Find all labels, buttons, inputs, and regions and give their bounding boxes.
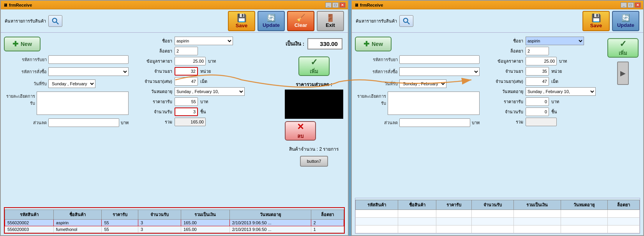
add-button[interactable]: ✓ เพิ่ม — [298, 56, 330, 76]
w2-add-btn[interactable]: ✓ เพิ่ม — [607, 38, 639, 58]
w2-pf-total-label: รวม — [484, 118, 523, 125]
table-row[interactable]: 556020003fumethonol553165.002/10/2013 9:… — [5, 226, 344, 233]
pf-qty-recv-input[interactable] — [175, 107, 198, 116]
table-cell-empty — [356, 225, 398, 233]
pf-name-label: ชื่อยา — [133, 37, 172, 44]
table-cell-empty — [436, 210, 472, 218]
pf-cost-row: ข้อมูลราคายา บาท — [133, 57, 279, 65]
pf-total-row: รวม — [133, 118, 279, 126]
update-button-2[interactable]: 🔄 Update — [612, 11, 639, 31]
save-label-1: Save — [236, 23, 247, 28]
pf-qty-row: จำนวนยา หน่วย — [133, 67, 279, 76]
pf-expire-label: วันหมดอายุ — [133, 88, 172, 95]
delete-section: ราคารวมส่วนลด : ✕ ลบ — [285, 81, 343, 141]
w2-pf-qty-row: จำนวนยา หน่วย — [484, 67, 601, 76]
close-btn-2[interactable]: ✕ — [635, 2, 641, 8]
pf-name-select[interactable]: aspirin — [175, 37, 233, 45]
close-btn-1[interactable]: ✕ — [339, 2, 346, 8]
w2-pf-qty-input[interactable] — [526, 67, 549, 76]
pf-qty-extra-input[interactable] — [175, 77, 198, 86]
order-id-select[interactable] — [48, 67, 129, 76]
save-button-2[interactable]: 💾 Save — [582, 11, 610, 31]
del-btn-1[interactable]: ✕ ลบ — [285, 121, 316, 141]
table-cell-empty — [356, 210, 398, 218]
svg-point-0 — [53, 18, 57, 22]
barcode-display — [285, 90, 343, 119]
w2-check-icon: ✓ — [619, 39, 626, 49]
w2-col-name: ชื่อสินค้า — [398, 200, 436, 210]
svg-point-2 — [404, 18, 408, 22]
table-cell-empty — [607, 218, 639, 225]
add-btn-1[interactable]: ✓ เพิ่ม — [298, 56, 330, 76]
w2-order-id-select[interactable] — [399, 67, 480, 76]
search-icon-1 — [52, 17, 59, 25]
table-row[interactable]: 556020002aspirin553165.002/10/2013 9:06:… — [5, 220, 344, 226]
maximize-btn-2[interactable]: □ — [628, 2, 634, 8]
w2-pf-qty-extra-unit: เม็ด — [551, 78, 558, 85]
new-icon-2: ✚ — [363, 40, 369, 48]
w2-detail-textarea[interactable] — [388, 92, 480, 115]
pf-qty-recv-unit: ชิ้น — [200, 108, 206, 115]
minimize-btn-1[interactable]: _ — [325, 2, 332, 8]
col-header-name: ชื่อสินค้า — [53, 210, 102, 220]
col-header-id: รหัสสินค้า — [5, 210, 54, 220]
exit-label-1: Exit — [326, 22, 335, 28]
pf-expire-select[interactable]: Sunday , February 10, — [175, 87, 245, 96]
pf-lot-input[interactable] — [175, 47, 198, 55]
search-button-1[interactable] — [48, 15, 62, 27]
w2-detail-row: รายละเอียดการรับ — [355, 92, 480, 115]
table-cell-name: fumethonol — [53, 226, 102, 233]
w2-receive-id-input[interactable] — [399, 55, 480, 64]
minimize-btn-2[interactable]: _ — [621, 2, 627, 8]
w2-pf-name-select[interactable]: aspirin — [526, 37, 584, 45]
w2-pf-qty-extra-input[interactable] — [526, 77, 549, 86]
w2-pf-name-label: ชื่อยา — [484, 37, 523, 44]
button7[interactable]: button7 — [300, 156, 328, 167]
pf-price-label: ราคายารับ — [133, 98, 172, 105]
exit-button-1[interactable]: 🚪 Exit — [317, 11, 344, 31]
new-button-2[interactable]: ✚ New — [355, 37, 392, 51]
update-button-1[interactable]: 🔄 Update — [258, 11, 285, 31]
maximize-btn-1[interactable]: □ — [332, 2, 339, 8]
title-text-1: frmReceive — [9, 3, 32, 7]
pf-qty-input[interactable] — [175, 67, 198, 76]
table-row — [356, 210, 640, 218]
w2-scroll-btn[interactable]: ▶ — [617, 62, 629, 85]
table-cell-empty — [607, 225, 639, 233]
product-form-1: ชื่อยา aspirin ล็อตยา ข้อมูลราคายา บาท — [132, 35, 280, 128]
receive-id-label: รหัสการรับยา — [4, 56, 47, 63]
order-id-row: รหัสการสั่งซื้อ — [4, 67, 129, 76]
w2-table-header: รหัสสินค้า ชื่อสินค้า ราคารับ จำนวนรับ ร… — [356, 200, 640, 210]
table-cell-empty — [472, 210, 513, 218]
w2-pf-qty-recv-unit: ชิ้น — [551, 108, 557, 115]
receive-id-input[interactable] — [48, 55, 129, 64]
detail-label: รายละเอียดการรับ — [4, 93, 35, 107]
date-select-1[interactable]: Sunday , February — [48, 79, 95, 88]
pf-cost-input[interactable] — [175, 57, 206, 65]
table-container-1: รหัสสินค้า ชื่อสินค้า ราคารับ จำนวนรับ ร… — [4, 207, 345, 234]
w2-pf-cost-input[interactable] — [526, 57, 557, 65]
new-button-1[interactable]: ✚ New — [4, 37, 41, 51]
pf-price-input[interactable] — [175, 97, 198, 106]
title-icon-2: 🖥 — [354, 3, 358, 7]
pf-total-label: รวม — [133, 118, 172, 125]
w2-pf-price-input[interactable] — [526, 97, 549, 106]
save-button-1[interactable]: 💾 Save — [228, 11, 255, 31]
discount-row: ส่วนลด บาท — [4, 118, 129, 127]
money-display: เป็นเงิน : 330.00 — [286, 38, 342, 49]
col-header-expire: วันหมดอายุ — [229, 210, 311, 220]
w2-discount-input[interactable] — [399, 118, 470, 127]
svg-line-1 — [56, 22, 58, 24]
clear-button-1[interactable]: 🧹 Clear — [287, 11, 314, 31]
discount-input[interactable] — [48, 118, 119, 127]
title-controls-1: _ □ ✕ — [325, 2, 346, 8]
detail-textarea[interactable] — [37, 92, 129, 115]
w2-data-table: รหัสสินค้า ชื่อสินค้า ราคารับ จำนวนรับ ร… — [355, 200, 640, 233]
search-button-2[interactable] — [399, 15, 413, 27]
w2-pf-lot-input[interactable] — [526, 47, 549, 55]
w2-date-select[interactable]: Sunday , February — [399, 79, 446, 88]
w2-pf-expire-select[interactable]: Sunday , February 10, — [526, 87, 596, 96]
w2-pf-qty-recv-input[interactable] — [526, 107, 549, 116]
pf-cost-baht: บาท — [208, 58, 216, 65]
w2-pf-qty-extra-label: จำนวนยา(เศษ) — [484, 78, 523, 85]
